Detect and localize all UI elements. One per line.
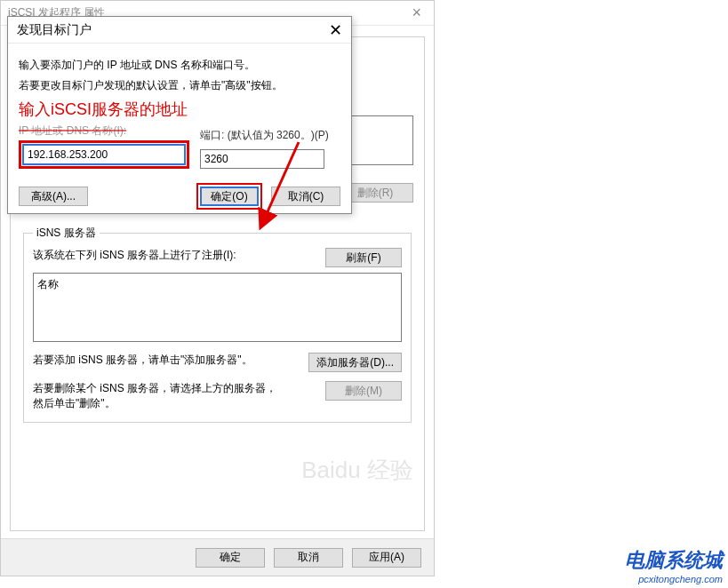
- isns-fieldset: iSNS 服务器 该系统在下列 iSNS 服务器上进行了注册(I): 刷新(F)…: [23, 226, 412, 423]
- site-watermark-en: pcxitongcheng.com: [625, 574, 723, 584]
- ip-label: IP 地址或 DNS 名称(I):: [19, 123, 189, 139]
- isns-refresh-button[interactable]: 刷新(F): [325, 248, 402, 267]
- isns-desc: 该系统在下列 iSNS 服务器上进行了注册(I):: [33, 248, 316, 263]
- ip-highlight-box: [19, 140, 189, 169]
- dialog-ok-button[interactable]: 确定(O): [200, 187, 259, 206]
- baidu-watermark: Baidu 经验: [301, 455, 413, 486]
- annotation-text: 输入iSCSI服务器的地址: [19, 99, 340, 120]
- site-watermark-zh: 电脑系统城: [625, 547, 723, 574]
- discover-portal-dialog: 发现目标门户 ✕ 输入要添加门户的 IP 地址或 DNS 名称和端口号。 若要更…: [7, 16, 352, 214]
- dialog-cancel-button[interactable]: 取消(C): [271, 187, 340, 206]
- advanced-button[interactable]: 高级(A)...: [19, 187, 88, 206]
- ok-highlight-box: 确定(O): [196, 183, 262, 210]
- field-row: IP 地址或 DNS 名称(I): 端口: (默认值为 3260。)(P): [19, 123, 340, 169]
- dialog-close-icon[interactable]: ✕: [329, 20, 342, 40]
- dialog-footer: 高级(A)... 确定(O) 取消(C): [8, 176, 351, 217]
- isns-remove-button[interactable]: 删除(M): [325, 381, 402, 401]
- main-apply-button[interactable]: 应用(A): [352, 548, 421, 568]
- add-server-button[interactable]: 添加服务器(D)...: [308, 353, 402, 372]
- isns-remove-text-2: 然后单击"删除"。: [33, 396, 316, 411]
- site-watermark: 电脑系统城 pcxitongcheng.com: [625, 547, 723, 584]
- ip-input[interactable]: [23, 145, 185, 164]
- ip-field: IP 地址或 DNS 名称(I):: [19, 123, 189, 169]
- main-ok-button[interactable]: 确定: [196, 548, 265, 568]
- dialog-instruction-1: 输入要添加门户的 IP 地址或 DNS 名称和端口号。: [19, 58, 340, 73]
- port-input[interactable]: [200, 149, 324, 169]
- isns-remove-text-1: 若要删除某个 iSNS 服务器，请选择上方的服务器，: [33, 381, 316, 396]
- dialog-instruction-2: 若要更改目标门户发现的默认设置，请单击"高级"按钮。: [19, 78, 340, 93]
- main-cancel-button[interactable]: 取消: [274, 548, 343, 568]
- port-label: 端口: (默认值为 3260。)(P): [200, 128, 329, 143]
- close-icon[interactable]: ×: [406, 4, 427, 22]
- bottom-button-bar: 确定 取消 应用(A): [1, 538, 434, 576]
- isns-legend: iSNS 服务器: [33, 226, 100, 241]
- dialog-titlebar: 发现目标门户 ✕: [8, 17, 351, 44]
- dialog-title: 发现目标门户: [17, 22, 329, 38]
- dialog-body: 输入要添加门户的 IP 地址或 DNS 名称和端口号。 若要更改目标门户发现的默…: [8, 44, 351, 176]
- isns-list[interactable]: 名称: [33, 273, 402, 342]
- isns-add-text: 若要添加 iSNS 服务器，请单击"添加服务器"。: [33, 353, 300, 368]
- isns-list-header: 名称: [37, 278, 59, 290]
- port-field: 端口: (默认值为 3260。)(P): [200, 128, 329, 169]
